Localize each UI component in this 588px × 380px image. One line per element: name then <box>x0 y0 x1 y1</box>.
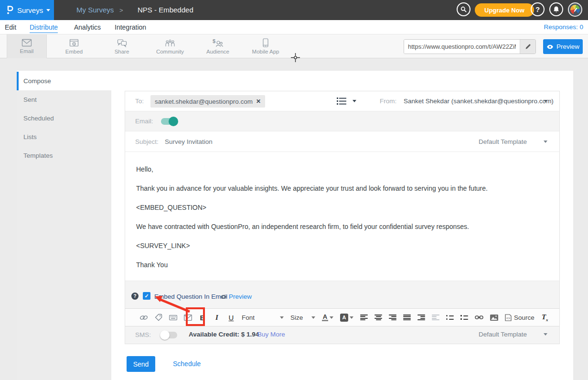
caret-down-icon <box>46 9 50 11</box>
bullet-list-button[interactable] <box>446 312 454 323</box>
channel-label: Email <box>20 48 34 54</box>
email-template-selector[interactable]: Default Template <box>479 138 527 145</box>
upgrade-now-button[interactable]: Upgrade Now <box>475 3 534 17</box>
align-right-button[interactable] <box>389 312 396 323</box>
align-left-button[interactable] <box>360 312 368 323</box>
product-switcher[interactable]: Surveys <box>0 0 54 20</box>
embed-help-icon[interactable]: ? <box>131 293 139 300</box>
sms-template-selector[interactable]: Default Template <box>479 331 527 338</box>
from-label: From: <box>380 98 396 105</box>
edit-url-button[interactable] <box>520 40 535 54</box>
font-size-select[interactable]: Size <box>290 312 315 323</box>
italic-button[interactable]: I <box>213 312 221 323</box>
insert-survey-link-icon[interactable] <box>139 312 148 323</box>
tab-distribute[interactable]: Distribute <box>30 23 58 33</box>
numbered-list-button[interactable] <box>460 312 468 323</box>
template-caret-down-icon[interactable] <box>544 141 547 143</box>
channel-label: Mobile App <box>252 49 279 54</box>
tab-analytics[interactable]: Analytics <box>74 23 101 31</box>
from-caret-down-icon[interactable] <box>544 100 547 102</box>
embed-question-tool-icon[interactable] <box>184 312 192 323</box>
sidebar-item-templates[interactable]: Templates <box>17 146 111 165</box>
select-email-list-button[interactable] <box>337 97 346 105</box>
decrease-indent-button[interactable] <box>432 312 439 323</box>
body-paragraph: <SURVEY_LINK> <box>136 242 548 250</box>
source-icon: <> <box>505 314 512 321</box>
insert-tag-icon[interactable] <box>155 312 162 323</box>
text-color-caret-icon <box>330 316 333 319</box>
sidebar-item-scheduled[interactable]: Scheduled <box>17 109 111 128</box>
responses-count: Responses: 0 <box>544 23 583 31</box>
channel-tab-embed[interactable]: Embed <box>54 34 94 58</box>
survey-url-input[interactable] <box>404 40 520 54</box>
rich-text-toolbar: B I U Font Size A A <box>125 308 559 326</box>
account-avatar[interactable] <box>568 2 582 17</box>
questionpro-email-distribute-page: Surveys My Surveys > NPS - Embedded Upgr… <box>0 0 588 380</box>
sidebar-item-compose[interactable]: Compose <box>17 72 111 90</box>
pencil-icon <box>525 43 531 50</box>
sms-toggle[interactable] <box>161 332 177 338</box>
justify-button[interactable] <box>403 312 411 323</box>
text-color-button[interactable]: A <box>322 312 333 323</box>
size-label: Size <box>290 314 303 321</box>
channel-tab-email[interactable]: Email <box>7 34 47 58</box>
from-selector[interactable]: Sanket Shekdar (sanket.shekdar@questionp… <box>404 98 554 105</box>
insert-link-button[interactable] <box>475 312 483 323</box>
body-paragraph: <EMBED_QUESTION> <box>136 204 548 211</box>
breadcrumb-my-surveys[interactable]: My Surveys <box>76 6 114 14</box>
preview-label: Preview <box>556 43 579 50</box>
sms-template-caret-icon[interactable] <box>544 333 547 336</box>
embed-question-checkbox[interactable]: ✓ <box>143 292 150 300</box>
insert-merge-field-icon[interactable] <box>169 312 177 323</box>
channel-tab-mobile-app[interactable]: Mobile App <box>246 34 286 58</box>
source-button[interactable]: <> Source <box>505 312 535 323</box>
channel-tab-audience[interactable]: $ Audience <box>198 34 238 58</box>
increase-indent-button[interactable] <box>417 312 425 323</box>
preview-survey-button[interactable]: Preview <box>543 39 583 54</box>
product-name: Surveys <box>17 6 43 14</box>
image-icon <box>490 315 498 321</box>
sidebar-item-lists[interactable]: Lists <box>17 128 111 146</box>
send-button[interactable]: Send <box>127 356 155 372</box>
underline-button[interactable]: U <box>227 312 235 323</box>
embed-question-label: Embed Question In Email <box>154 293 227 300</box>
contact-list-icon <box>337 97 346 105</box>
align-center-button[interactable] <box>374 312 382 323</box>
sidebar-item-sent[interactable]: Sent <box>17 90 111 109</box>
insert-image-button[interactable] <box>490 312 498 323</box>
subject-input[interactable]: Survey Invitation <box>165 138 213 145</box>
schedule-link[interactable]: Schedule <box>173 360 201 368</box>
buy-more-link[interactable]: Buy More <box>257 331 285 338</box>
tab-integration[interactable]: Integration <box>115 23 146 31</box>
help-button[interactable]: ? <box>531 2 545 16</box>
tab-edit[interactable]: Edit <box>5 23 16 31</box>
svg-text:<>: <> <box>506 316 510 319</box>
list-caret-down-icon[interactable] <box>353 100 356 102</box>
channel-tab-share[interactable]: Share <box>102 34 142 58</box>
decrease-indent-icon <box>432 315 439 320</box>
text-color-icon: A <box>322 314 328 321</box>
remove-format-button[interactable]: Tx <box>541 312 549 323</box>
align-center-icon <box>374 315 382 320</box>
font-family-select[interactable]: Font <box>242 312 284 323</box>
email-toggle-row: Email: <box>125 111 559 131</box>
search-button[interactable] <box>457 2 470 16</box>
background-color-button[interactable]: A <box>340 312 353 323</box>
embed-preview-link[interactable]: Preview <box>229 293 252 300</box>
email-body-editor[interactable]: Hello, Thank you in advance for your val… <box>125 152 559 281</box>
subject-row: Subject: Survey Invitation Default Templ… <box>125 131 559 152</box>
email-toggle[interactable] <box>161 118 177 125</box>
channel-tab-community[interactable]: Community <box>150 34 190 58</box>
compose-form: To: sanket.shekdar@questionpro.com ✕ Fro… <box>125 91 560 344</box>
remove-format-icon: Tx <box>542 313 548 322</box>
numbered-list-icon <box>460 315 468 320</box>
notifications-button[interactable] <box>549 2 563 16</box>
community-icon <box>164 39 176 47</box>
bold-button[interactable]: B <box>199 312 206 323</box>
recipient-chip[interactable]: sanket.shekdar@questionpro.com ✕ <box>150 95 265 108</box>
font-label: Font <box>242 314 255 321</box>
embed-preview-eye-icon <box>220 294 227 299</box>
email-label: Email: <box>135 118 153 125</box>
help-icon: ? <box>535 5 540 13</box>
remove-recipient-icon[interactable]: ✕ <box>256 98 261 105</box>
